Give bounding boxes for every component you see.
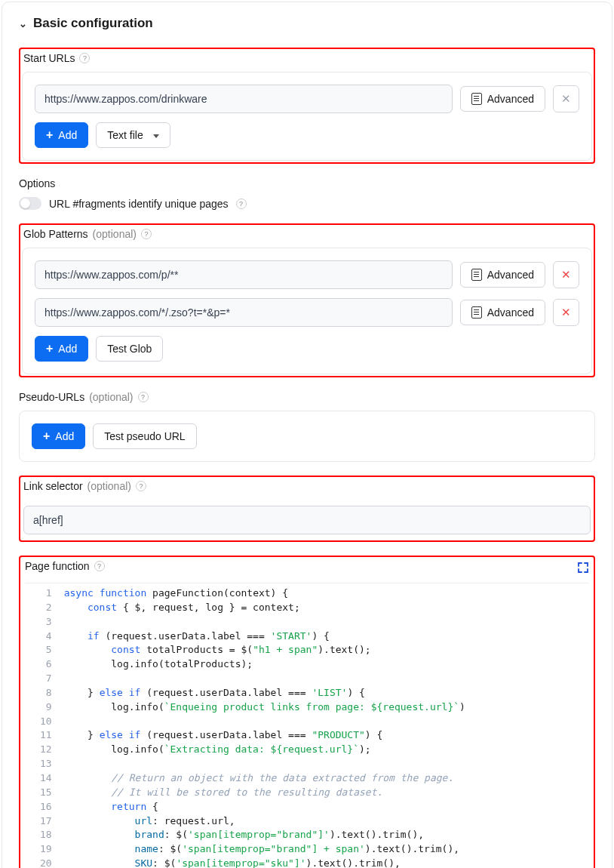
remove-url-button[interactable]: ✕ xyxy=(553,85,579,112)
help-icon[interactable]: ? xyxy=(79,53,90,63)
close-icon: ✕ xyxy=(561,306,571,319)
glob-input-0[interactable] xyxy=(35,260,453,289)
document-icon xyxy=(471,306,482,319)
pseudo-urls-section: Pseudo-URLs (optional) ? + Add Test pseu… xyxy=(19,391,595,462)
expand-icon[interactable] xyxy=(577,562,589,574)
page-function-section: Page function ? 123456789101112131415161… xyxy=(19,556,595,868)
advanced-button[interactable]: Advanced xyxy=(460,262,545,288)
code-content[interactable]: async function pageFunction(context) { c… xyxy=(64,583,589,868)
optional-label: (optional) xyxy=(89,391,133,403)
optional-label: (optional) xyxy=(93,228,137,240)
document-icon xyxy=(471,93,482,105)
close-icon: ✕ xyxy=(561,268,571,282)
glob-input-1[interactable] xyxy=(35,298,453,327)
start-url-input[interactable] xyxy=(35,85,453,113)
close-icon: ✕ xyxy=(561,92,571,106)
plus-icon: + xyxy=(46,129,53,141)
chevron-down-icon: ⌄ xyxy=(19,18,27,29)
help-icon[interactable]: ? xyxy=(138,392,149,402)
advanced-button[interactable]: Advanced xyxy=(460,300,545,325)
fragments-label: URL #fragments identify unique pages xyxy=(49,198,229,210)
options-section: Options URL #fragments identify unique p… xyxy=(19,177,595,210)
panel-title: Basic configuration xyxy=(33,16,153,31)
add-glob-button[interactable]: + Add xyxy=(35,336,88,362)
fragments-toggle[interactable] xyxy=(19,197,41,210)
options-label: Options xyxy=(19,177,55,189)
glob-label: Glob Patterns xyxy=(23,228,88,240)
panel-header[interactable]: ⌄ Basic configuration xyxy=(19,16,595,31)
test-pseudo-button[interactable]: Test pseudo URL xyxy=(93,423,196,449)
help-icon[interactable]: ? xyxy=(141,229,152,239)
optional-label: (optional) xyxy=(87,480,131,492)
test-glob-button[interactable]: Test Glob xyxy=(96,336,163,362)
help-icon[interactable]: ? xyxy=(94,561,105,571)
link-selector-label: Link selector xyxy=(23,480,83,492)
glob-patterns-section: Glob Patterns (optional) ? Advanced ✕ xyxy=(19,223,595,377)
pseudo-label: Pseudo-URLs xyxy=(19,391,84,403)
start-urls-section: Start URLs ? Advanced ✕ + xyxy=(19,48,595,164)
basic-config-panel: ⌄ Basic configuration Start URLs ? Advan… xyxy=(2,2,612,868)
page-function-label: Page function xyxy=(25,560,90,572)
text-file-dropdown[interactable]: Text file xyxy=(96,122,170,148)
help-icon[interactable]: ? xyxy=(136,481,146,491)
add-url-button[interactable]: + Add xyxy=(35,122,88,148)
remove-glob-button[interactable]: ✕ xyxy=(553,261,579,288)
link-selector-input[interactable] xyxy=(23,506,591,534)
plus-icon: + xyxy=(43,430,50,442)
plus-icon: + xyxy=(46,343,53,355)
start-urls-label: Start URLs xyxy=(23,52,75,64)
code-editor[interactable]: 1234567891011121314151617181920212223 as… xyxy=(25,583,589,868)
help-icon[interactable]: ? xyxy=(236,199,247,209)
link-selector-section: Link selector (optional) ? xyxy=(19,476,595,542)
document-icon xyxy=(471,269,482,281)
add-pseudo-button[interactable]: + Add xyxy=(32,423,85,449)
remove-glob-button[interactable]: ✕ xyxy=(553,299,579,326)
advanced-button[interactable]: Advanced xyxy=(460,86,545,112)
line-gutter: 1234567891011121314151617181920212223 xyxy=(25,583,64,868)
